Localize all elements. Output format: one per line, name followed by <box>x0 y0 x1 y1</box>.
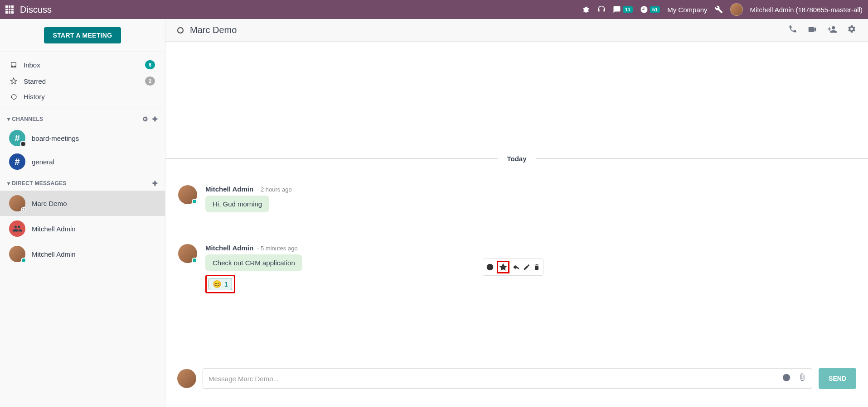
activities-badge: 51 <box>650 6 660 13</box>
dm-avatar <box>9 220 25 237</box>
messages-area: Today Mitchell Admin - 2 hours ago Hi, G… <box>165 42 868 359</box>
svg-point-1 <box>489 266 490 267</box>
mailbox-inbox[interactable]: Inbox 8 <box>0 57 165 73</box>
message-time: - 2 hours ago <box>257 186 292 193</box>
thread-title: Marc Demo <box>190 25 788 35</box>
reaction-button[interactable]: 😊 1 <box>209 278 232 290</box>
delete-icon[interactable] <box>533 263 540 271</box>
thread-pane: Marc Demo Today Mitchell Admin - 2 hours… <box>165 19 868 407</box>
channels-section-header: ▾ CHANNELS ⚙ ✚ <box>0 109 165 126</box>
status-online-icon <box>192 258 197 263</box>
channel-item[interactable]: # board-meetings <box>0 126 165 150</box>
message-content: Check out CRM application <box>205 254 302 271</box>
app-title: Discuss <box>20 5 52 15</box>
attachment-icon[interactable] <box>798 373 806 384</box>
emoji-icon[interactable] <box>782 373 791 384</box>
status-online-icon <box>21 258 26 263</box>
messages-icon[interactable]: 11 <box>613 5 633 14</box>
svg-point-0 <box>487 264 493 270</box>
dm-avatar <box>9 246 25 262</box>
mailbox-label: Inbox <box>24 61 145 69</box>
channel-name: general <box>32 158 54 166</box>
message-avatar[interactable] <box>178 185 197 204</box>
dm-item[interactable]: Mitchell Admin <box>0 216 165 241</box>
mailbox-starred[interactable]: Starred 2 <box>0 73 165 89</box>
status-offline-icon <box>21 207 26 212</box>
globe-icon <box>20 141 26 147</box>
sidebar: START A MEETING Inbox 8 Starred 2 Histor… <box>0 19 165 407</box>
channels-title: CHANNELS <box>12 116 142 122</box>
starred-counter: 2 <box>145 77 155 86</box>
message-actions-toolbar <box>483 259 543 276</box>
activities-icon[interactable]: 51 <box>640 5 660 14</box>
reaction-emoji-icon: 😊 <box>213 280 222 288</box>
call-icon[interactable] <box>788 24 797 36</box>
dm-avatar <box>9 195 25 211</box>
chevron-down-icon[interactable]: ▾ <box>7 116 10 122</box>
video-icon[interactable] <box>807 24 817 36</box>
add-channel-icon[interactable]: ✚ <box>152 115 158 123</box>
start-meeting-button[interactable]: START A MEETING <box>44 27 121 43</box>
reaction-highlight: 😊 1 <box>205 275 235 293</box>
bug-icon[interactable] <box>582 5 590 14</box>
channel-name: board-meetings <box>32 134 79 142</box>
dm-name: Mitchell Admin <box>32 225 76 233</box>
composer-avatar <box>177 369 196 388</box>
dm-title: DIRECT MESSAGES <box>12 180 152 187</box>
mailbox-label: History <box>24 93 155 101</box>
user-name[interactable]: Mitchell Admin (18780655-master-all) <box>750 6 863 14</box>
messages-badge: 11 <box>623 6 633 13</box>
message-avatar[interactable] <box>178 244 197 263</box>
star-icon <box>10 77 19 85</box>
add-dm-icon[interactable]: ✚ <box>152 180 158 187</box>
reply-icon[interactable] <box>512 263 520 271</box>
dm-name: Mitchell Admin <box>32 250 76 258</box>
message-content: Hi, Gud morning <box>205 196 269 212</box>
user-avatar[interactable] <box>730 3 743 16</box>
gear-icon[interactable] <box>847 24 856 36</box>
star-message-icon[interactable] <box>497 261 509 273</box>
reaction-count: 1 <box>224 281 228 288</box>
channel-item[interactable]: # general <box>0 150 165 173</box>
inbox-icon <box>10 61 19 68</box>
message-row: Mitchell Admin - 5 minutes ago Check out… <box>165 239 868 298</box>
company-name[interactable]: My Company <box>667 6 707 14</box>
svg-point-4 <box>785 376 786 377</box>
dm-section-header: ▾ DIRECT MESSAGES ✚ <box>0 173 165 191</box>
channel-avatar: # <box>9 153 25 170</box>
svg-point-3 <box>783 374 790 381</box>
svg-point-5 <box>787 376 788 377</box>
apps-icon[interactable] <box>5 5 14 14</box>
send-button[interactable]: SEND <box>819 368 856 389</box>
top-navbar: Discuss 11 51 My Company Mitchell Admin … <box>0 0 868 19</box>
gear-icon[interactable]: ⚙ <box>142 115 148 123</box>
add-user-icon[interactable] <box>827 24 837 36</box>
svg-point-2 <box>491 266 492 267</box>
channel-avatar: # <box>9 130 25 146</box>
dm-name: Marc Demo <box>32 200 67 207</box>
add-reaction-icon[interactable] <box>486 263 494 271</box>
inbox-counter: 8 <box>145 60 155 69</box>
history-icon <box>10 93 19 101</box>
message-time: - 5 minutes ago <box>257 245 298 252</box>
settings-tools-icon[interactable] <box>715 5 723 14</box>
phone-headset-icon[interactable] <box>597 5 606 14</box>
message-input[interactable] <box>209 375 782 383</box>
message-author[interactable]: Mitchell Admin <box>205 244 253 252</box>
message-author[interactable]: Mitchell Admin <box>205 185 253 193</box>
edit-icon[interactable] <box>523 263 530 271</box>
date-separator: Today <box>165 155 868 163</box>
status-online-icon <box>192 199 197 204</box>
composer: SEND <box>165 359 868 407</box>
chevron-down-icon[interactable]: ▾ <box>7 180 10 187</box>
dm-item[interactable]: Mitchell Admin <box>0 241 165 267</box>
message-row: Mitchell Admin - 2 hours ago Hi, Gud mor… <box>165 181 868 217</box>
thread-status-offline-icon <box>177 27 184 34</box>
mailbox-label: Starred <box>24 77 145 85</box>
dm-item[interactable]: Marc Demo <box>0 191 165 216</box>
thread-header: Marc Demo <box>165 19 868 42</box>
mailbox-history[interactable]: History <box>0 89 165 104</box>
